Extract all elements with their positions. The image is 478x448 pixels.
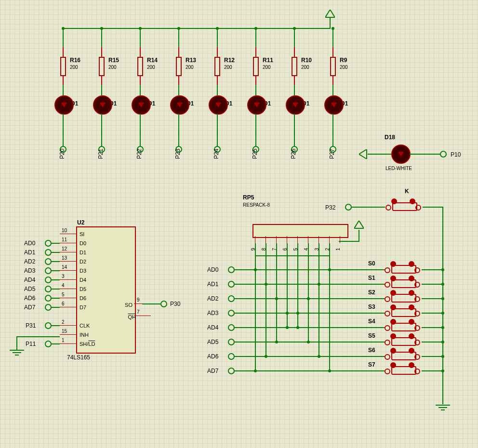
ic-u2: SID0D1D2D3D4D5D6D7CLKINHSH/LD SO QH	[76, 226, 136, 354]
switch-s1	[385, 279, 423, 289]
terminal-p10	[440, 151, 447, 158]
switch-s0	[385, 265, 423, 275]
respack-rp5	[252, 224, 348, 238]
switch-s4	[385, 323, 423, 332]
schematic-canvas: R16 200 D1 P20 R15 200 D1 P21 R14 200 D1	[0, 0, 478, 448]
switch-s5	[385, 337, 423, 347]
resistor-r11	[253, 57, 259, 76]
led-d17	[54, 95, 74, 115]
led-d11	[286, 95, 305, 115]
svg-marker-2	[354, 221, 364, 228]
led-d15	[132, 95, 151, 115]
resistor-r12	[214, 57, 220, 76]
switch-s3	[385, 308, 423, 318]
led-d18	[391, 145, 411, 164]
switch-s6	[385, 352, 423, 361]
switch-s7	[385, 366, 423, 376]
switch-s2	[385, 294, 423, 303]
resistor-r10	[292, 57, 297, 76]
svg-marker-0	[325, 10, 335, 17]
svg-marker-1	[359, 149, 367, 159]
terminal-p30	[160, 301, 167, 307]
respack-label: RP5	[243, 194, 254, 201]
terminal-p32	[345, 204, 352, 211]
resistor-r15	[99, 57, 105, 76]
resistor-r14	[137, 57, 143, 76]
led-d12	[247, 95, 266, 115]
resistor-r9	[330, 57, 336, 76]
resistor-r13	[176, 57, 182, 76]
led-d13	[209, 95, 228, 115]
led-d18-label: D18	[385, 134, 395, 141]
led-d10	[324, 95, 344, 115]
ic-u2-label: U2	[77, 219, 84, 226]
led-d14	[170, 95, 189, 115]
led-d16	[93, 95, 112, 115]
resistor-r16	[60, 57, 66, 76]
arrow-left-d18	[359, 149, 369, 159]
power-arrow-respack	[354, 221, 364, 230]
switch-k	[385, 202, 424, 212]
